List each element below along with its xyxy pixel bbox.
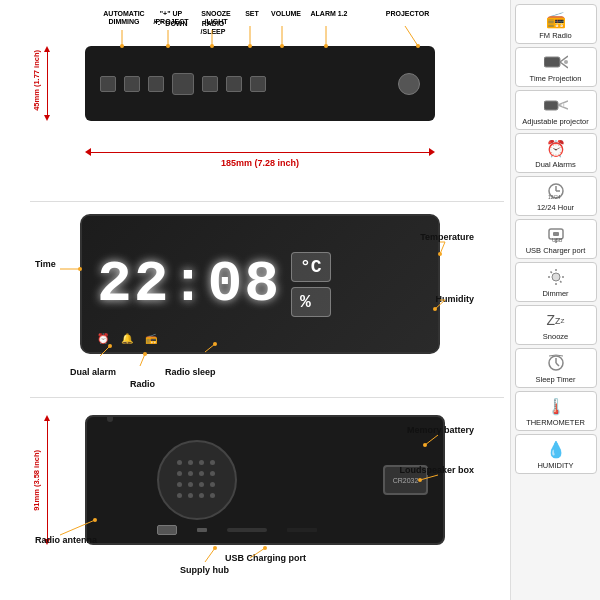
label-projector: PROJECTOR [385, 10, 430, 18]
btn-set [202, 76, 218, 92]
speaker-dot [210, 493, 215, 498]
dual-alarms-icon: ⏰ [542, 137, 570, 159]
bottom-height-label: 91mm (3.58 inch) [32, 450, 44, 511]
usb-port-part [157, 525, 177, 535]
feature-fm-radio: 📻 FM Radio [515, 4, 597, 44]
top-section: 45mm (1.77 inch) AUTOMATIC DIMMING "+" U… [30, 8, 504, 193]
svg-line-58 [550, 272, 551, 273]
speaker-dot [210, 460, 215, 465]
snooze-icon: Zzz [542, 309, 570, 331]
radio-icon-small: 📻 [145, 333, 157, 344]
speaker-dot [188, 471, 193, 476]
speaker-dot [177, 471, 182, 476]
feature-snooze: Zzz Snooze [515, 305, 597, 345]
loudspeaker [157, 440, 237, 520]
usb-charging-cable [287, 528, 317, 532]
bottom-vert-line [47, 421, 48, 539]
temp-value: °C [300, 257, 322, 277]
feature-humidity: 💧 HUMIDITY [515, 434, 597, 474]
humidity-value: % [300, 292, 311, 312]
dim-arrow-right [429, 148, 435, 156]
height-dim-label: 45mm (1.77 inch) [32, 50, 44, 111]
svg-text:12/24: 12/24 [548, 194, 561, 200]
snooze-label: Snooze [543, 332, 568, 341]
svg-line-26 [140, 354, 145, 366]
speaker-dot [199, 493, 204, 498]
label-temperature: Temperature [420, 232, 474, 242]
speaker-dot [199, 460, 204, 465]
bell-icon: 🔔 [121, 333, 133, 344]
vert-arrow-down-icon [44, 115, 50, 121]
svg-point-35 [213, 546, 217, 550]
front-clock-body: 22:08 °C % ⏰ 🔔 📻 [80, 214, 440, 354]
btn-vol [226, 76, 242, 92]
humidity-icon: 💧 [542, 438, 570, 460]
time-display: 22:08 [97, 252, 281, 317]
width-dim-label: 185mm (7.28 inch) [85, 158, 435, 168]
speaker-dot [177, 460, 182, 465]
top-btn-group [100, 73, 420, 95]
feature-sleep-timer: Sleep Timer [515, 348, 597, 388]
speaker-dot [188, 460, 193, 465]
hour-mode-label: 12/24 Hour [537, 203, 574, 212]
speaker-dot [177, 493, 182, 498]
speaker-dot [188, 493, 193, 498]
speaker-dots-grid [177, 460, 218, 501]
label-auto-dim: AUTOMATIC DIMMING [100, 10, 148, 27]
svg-line-62 [556, 363, 559, 366]
label-down: "-" DOWN [150, 20, 192, 28]
svg-line-17 [440, 242, 445, 254]
label-radio: Radio [130, 379, 155, 389]
svg-rect-50 [553, 232, 559, 236]
fm-radio-icon: 📻 [542, 8, 570, 30]
speaker-dot [199, 482, 204, 487]
label-radio-sleep: Radio sleep [165, 367, 216, 377]
humidity-box: % [291, 287, 331, 317]
vert-dim-line [47, 52, 48, 115]
usb-charger-label: USB Charger port [526, 246, 586, 255]
label-radio-antenna: Radio antenna [35, 535, 97, 545]
btn-up-project [124, 76, 140, 92]
feature-thermometer: 🌡️ THERMOMETER [515, 391, 597, 431]
time-projection-icon [542, 51, 570, 73]
svg-text:USB: USB [552, 237, 563, 243]
rear-clock-body: CR2032 [85, 415, 445, 545]
adjustable-proj-label: Adjustable projector [522, 117, 588, 126]
label-loudspeaker: Loudspeaker box [399, 465, 474, 475]
btn-auto-dim [100, 76, 116, 92]
clock-display: 22:08 °C % ⏰ 🔔 📻 [82, 216, 438, 352]
feature-usb-charger: USB USB Charger port [515, 219, 597, 259]
feature-dimmer: Dimmer [515, 262, 597, 302]
adjustable-proj-icon [542, 94, 570, 116]
feature-adjustable-proj: Adjustable projector [515, 90, 597, 130]
svg-rect-38 [544, 57, 560, 67]
dual-alarms-label: Dual Alarms [535, 160, 575, 169]
svg-line-12 [405, 26, 418, 46]
label-alarm12: ALARM 1.2 [308, 10, 350, 18]
svg-line-34 [205, 548, 215, 562]
svg-point-37 [263, 546, 267, 550]
feature-1224-hour: 12/24 12/24 Hour [515, 176, 597, 216]
label-supply-hub: Supply hub [180, 565, 229, 575]
label-memory-battery: Memory battery [407, 425, 474, 435]
label-radio-sleep-top: RADIO /SLEEP [192, 20, 234, 37]
speaker-dot [210, 471, 215, 476]
speaker-dot [177, 482, 182, 487]
label-volume: VOLUME [268, 10, 304, 18]
label-humidity: Humidity [435, 294, 474, 304]
speaker-dot [188, 482, 193, 487]
svg-point-41 [564, 60, 568, 64]
middle-section: Time 22:08 °C % [30, 204, 504, 389]
svg-rect-42 [544, 101, 558, 110]
btn-radio-sleep [148, 76, 164, 92]
dimmer-label: Dimmer [542, 289, 568, 298]
bottom-section: 91mm (3.58 inch) [30, 400, 504, 575]
hour-mode-icon: 12/24 [542, 180, 570, 202]
svg-line-59 [560, 281, 561, 282]
fm-radio-label: FM Radio [539, 31, 572, 40]
label-set: SET [238, 10, 266, 18]
sleep-timer-label: Sleep Timer [535, 375, 575, 384]
humidity-label: HUMIDITY [537, 461, 573, 470]
divider-2 [30, 397, 504, 398]
btn-snooze [172, 73, 194, 95]
